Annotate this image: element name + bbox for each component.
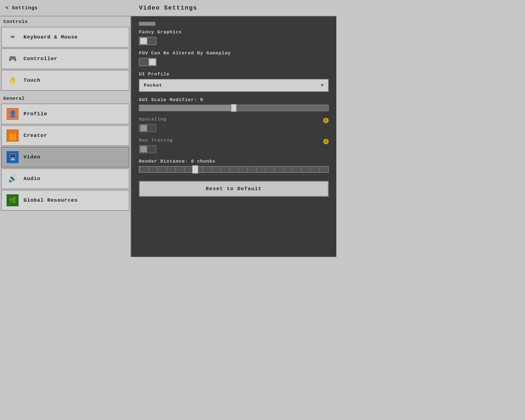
toggle-thumb <box>140 146 147 152</box>
slider-track <box>139 105 328 111</box>
fov-toggle-container <box>139 58 329 66</box>
main-content: Controls ⌨️ Keyboard & Mouse 🎮 Controlle… <box>0 16 336 257</box>
fancy-graphics-setting: Fancy Graphics <box>139 30 329 45</box>
sidebar-item-global-resources[interactable]: 🌿 Global Resources <box>1 190 129 211</box>
render-distance-setting: Render Distance: 8 chunks <box>139 159 329 173</box>
slider-thumb[interactable] <box>231 104 237 112</box>
fov-toggle[interactable] <box>139 58 156 66</box>
gui-scale-label: GUI Scale Modifier: 0 <box>139 97 329 102</box>
dropdown-value: Pocket <box>144 83 162 88</box>
gui-scale-slider[interactable] <box>139 105 329 111</box>
header: < Settings Video Settings <box>0 0 336 16</box>
creator-icon: 🟧 <box>6 129 19 142</box>
sidebar-item-label: Touch <box>24 77 40 83</box>
fancy-graphics-toggle[interactable] <box>139 37 156 45</box>
upscaling-toggle[interactable] <box>139 124 156 132</box>
upscaling-info-icon[interactable]: i <box>323 118 329 123</box>
upscaling-toggle-container <box>139 124 329 132</box>
ray-tracing-label: Ray Tracing <box>139 138 173 143</box>
render-slider-thumb[interactable] <box>192 165 198 174</box>
fov-gameplay-label: FOV Can Be Altered By Gameplay <box>139 51 329 56</box>
back-button[interactable]: < Settings <box>5 5 38 11</box>
sidebar-item-label: Controller <box>24 56 57 62</box>
sidebar-item-controller[interactable]: 🎮 Controller <box>1 48 129 69</box>
fancy-graphics-toggle-container <box>139 37 329 45</box>
sidebar-item-label: Creator <box>24 133 47 139</box>
controls-section-label: Controls <box>0 16 130 26</box>
general-section-label: General <box>0 93 130 103</box>
fancy-graphics-label: Fancy Graphics <box>139 30 329 35</box>
ui-profile-label: UI Profile <box>139 72 329 77</box>
audio-icon: 🔊 <box>6 172 19 185</box>
gui-scale-setting: GUI Scale Modifier: 0 <box>139 97 329 111</box>
right-panel: Fancy Graphics FOV Can Be Altered By Gam… <box>131 16 336 257</box>
sidebar-item-audio[interactable]: 🔊 Audio <box>1 168 129 189</box>
slider-fill <box>139 105 234 111</box>
global-resources-icon: 🌿 <box>6 194 19 207</box>
upscaling-label: Upscaling <box>139 117 167 122</box>
video-icon: 🖥️ <box>6 151 19 164</box>
upscaling-setting: Upscaling i <box>139 117 329 132</box>
page-title: Video Settings <box>139 5 197 11</box>
ray-tracing-info-icon[interactable]: i <box>323 139 329 144</box>
ray-tracing-setting: Ray Tracing i <box>139 138 329 153</box>
keyboard-icon: ⌨️ <box>6 31 19 44</box>
sidebar-item-label: Audio <box>24 176 40 182</box>
touch-icon: 🤚 <box>6 74 19 87</box>
profile-icon: 👤 <box>6 107 19 121</box>
sidebar-item-keyboard-mouse[interactable]: ⌨️ Keyboard & Mouse <box>1 27 129 48</box>
reset-to-default-button[interactable]: Reset to Default <box>139 181 329 197</box>
controller-icon: 🎮 <box>6 52 19 65</box>
sidebar-item-label: Profile <box>24 111 47 117</box>
chevron-down-icon: ▼ <box>321 83 324 88</box>
ui-profile-dropdown[interactable]: Pocket ▼ <box>139 79 329 92</box>
sidebar-item-label: Global Resources <box>24 197 78 203</box>
ray-tracing-toggle[interactable] <box>139 145 156 153</box>
sidebar-item-profile[interactable]: 👤 Profile <box>1 104 129 124</box>
toggle-thumb <box>140 125 147 131</box>
sidebar-item-touch[interactable]: 🤚 Touch <box>1 70 129 91</box>
fov-gameplay-setting: FOV Can Be Altered By Gameplay <box>139 51 329 66</box>
render-distance-slider[interactable] <box>139 166 329 173</box>
top-bar-decoration <box>139 22 155 26</box>
sidebar-item-creator[interactable]: 🟧 Creator <box>1 125 129 146</box>
sidebar-item-video[interactable]: 🖥️ Video <box>1 147 129 168</box>
ray-tracing-toggle-container <box>139 145 329 153</box>
sidebar-item-label: Video <box>24 154 40 160</box>
toggle-thumb <box>140 38 147 44</box>
ui-profile-setting: UI Profile Pocket ▼ <box>139 72 329 92</box>
toggle-thumb <box>149 59 156 65</box>
render-distance-label: Render Distance: 8 chunks <box>139 159 329 164</box>
sidebar: Controls ⌨️ Keyboard & Mouse 🎮 Controlle… <box>0 16 131 257</box>
sidebar-item-label: Keyboard & Mouse <box>24 34 78 40</box>
